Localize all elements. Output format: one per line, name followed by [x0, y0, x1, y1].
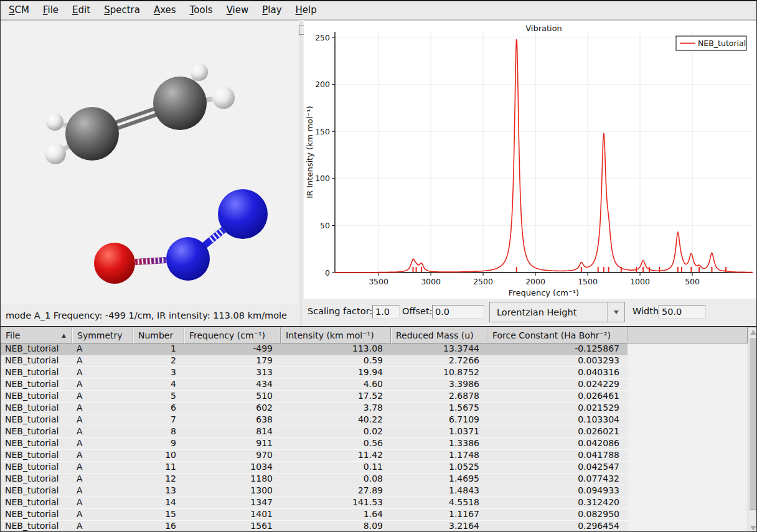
table-row-13[interactable]: NEB_tutorialA13130027.891.48430.094933	[1, 485, 628, 497]
menu-edit[interactable]: Edit	[65, 2, 97, 19]
table-row-12[interactable]: NEB_tutorialA1211800.081.46950.077432	[1, 474, 628, 485]
column-header-intensity[interactable]: Intensity (km mol⁻¹)	[281, 327, 391, 343]
lineshape-dropdown[interactable]: Lorentzian Height	[489, 302, 625, 322]
atom-c-2[interactable]	[65, 107, 119, 161]
cell-symmetry: A	[72, 391, 133, 402]
atom-h-1[interactable]	[45, 143, 66, 164]
column-header-number[interactable]: Number	[133, 327, 184, 343]
scaling-factor-input[interactable]: 1.0	[372, 305, 400, 319]
table-header-row: File▲SymmetryNumberFrequency (cm⁻¹)Inten…	[1, 327, 748, 343]
cell-force_constant: 0.024229	[487, 379, 628, 390]
table-row-7[interactable]: NEB_tutorialA763840.226.71090.103304	[1, 414, 628, 426]
atom-h-3[interactable]	[190, 63, 208, 81]
cell-symmetry: A	[72, 485, 133, 497]
cell-frequency: 970	[184, 450, 281, 461]
scrollbar-down-button[interactable]	[748, 523, 757, 532]
chevron-down-icon	[614, 310, 619, 314]
cell-intensity: 0.59	[281, 355, 391, 366]
cell-number: 14	[133, 497, 184, 508]
cell-force_constant: 0.312420	[487, 497, 628, 508]
atom-n-6[interactable]	[218, 189, 268, 239]
table-row-15[interactable]: NEB_tutorialA1514011.641.11670.082950	[1, 509, 628, 521]
column-header-reduced_mass[interactable]: Reduced Mass (u)	[391, 327, 487, 343]
menubar: SCMFileEditSpectraAxesToolsViewPlayHelp	[1, 1, 756, 20]
column-header-frequency[interactable]: Frequency (cm⁻¹)	[184, 327, 281, 343]
cell-frequency: 1034	[184, 462, 281, 473]
cell-frequency: 814	[184, 426, 281, 437]
molecule-viewer-panel[interactable]	[1, 20, 298, 304]
table-row-9[interactable]: NEB_tutorialA99110.561.33860.042086	[1, 438, 628, 450]
cell-symmetry: A	[72, 521, 133, 532]
scrollbar-up-button[interactable]	[748, 327, 757, 337]
menu-axes[interactable]: Axes	[147, 2, 183, 19]
atom-n-7[interactable]	[166, 237, 210, 281]
cell-number: 1	[133, 343, 184, 355]
scroll-up-arrow-icon	[750, 330, 756, 335]
cell-reduced_mass: 2.6878	[391, 391, 487, 402]
atom-h-0[interactable]	[46, 113, 63, 131]
table-scrollbar[interactable]	[748, 327, 757, 532]
scroll-down-arrow-icon	[750, 526, 756, 531]
menu-tools[interactable]: Tools	[183, 2, 220, 19]
table-row-2[interactable]: NEB_tutorialA21790.592.72660.003293	[1, 355, 628, 367]
menu-view[interactable]: View	[220, 2, 256, 19]
column-header-symmetry[interactable]: Symmetry	[72, 327, 133, 343]
table-row-1[interactable]: NEB_tutorialA1-499113.0813.3744-0.125867	[1, 343, 628, 355]
spectrum-chart[interactable]: 3500300025002000150010005000501001502002…	[304, 21, 757, 299]
menu-file[interactable]: File	[36, 2, 65, 19]
dropdown-arrow-button[interactable]	[607, 302, 624, 322]
table-row-10[interactable]: NEB_tutorialA1097011.421.17480.041788	[1, 450, 628, 462]
atom-c-5[interactable]	[153, 77, 207, 130]
cell-force_constant: 0.021529	[487, 403, 628, 414]
cell-frequency: -499	[184, 343, 281, 355]
table-row-14[interactable]: NEB_tutorialA141347141.534.55180.312420	[1, 497, 628, 509]
table-row-3[interactable]: NEB_tutorialA331319.9410.87520.040316	[1, 367, 628, 379]
cell-file: NEB_tutorial	[1, 379, 72, 390]
cell-number: 16	[133, 521, 184, 532]
width-input[interactable]: 50.0	[659, 305, 706, 319]
offset-input[interactable]: 0.0	[432, 305, 484, 319]
y-tick-label: 0	[325, 268, 330, 278]
cell-number: 13	[133, 485, 184, 497]
mode-status-bar: mode A_1 Frequency: -499 1/cm, IR intens…	[1, 304, 298, 326]
column-header-label: File	[6, 330, 20, 340]
cell-symmetry: A	[72, 426, 133, 437]
cell-intensity: 19.94	[281, 367, 391, 378]
table-row-8[interactable]: NEB_tutorialA88140.021.03710.026021	[1, 426, 628, 438]
cell-file: NEB_tutorial	[1, 367, 72, 378]
menu-help[interactable]: Help	[289, 2, 324, 19]
mode-status-text: mode A_1 Frequency: -499 1/cm, IR intens…	[6, 310, 287, 320]
table-row-16[interactable]: NEB_tutorialA1615618.093.21640.296454	[1, 521, 628, 532]
table-row-5[interactable]: NEB_tutorialA551017.522.68780.026461	[1, 391, 628, 403]
scrollbar-thumb[interactable]	[749, 337, 757, 510]
column-header-file[interactable]: File▲	[1, 327, 72, 343]
atom-h-4[interactable]	[212, 86, 235, 109]
column-header-force_constant[interactable]: Force Constant (Ha Bohr⁻²)	[487, 327, 628, 343]
menu-scm[interactable]: SCM	[2, 2, 36, 19]
atom-o-8[interactable]	[94, 243, 135, 284]
spectrum-curve	[335, 39, 753, 273]
cell-file: NEB_tutorial	[1, 391, 72, 402]
molecule-3d-view[interactable]	[1, 21, 298, 304]
cell-symmetry: A	[72, 497, 133, 508]
table-row-6[interactable]: NEB_tutorialA66023.781.56750.021529	[1, 403, 628, 414]
table-row-11[interactable]: NEB_tutorialA1110340.111.05250.042547	[1, 462, 628, 474]
cell-number: 2	[133, 355, 184, 366]
scaling-factor-label: Scaling factor:	[308, 306, 372, 316]
table-row-4[interactable]: NEB_tutorialA44344.603.39860.024229	[1, 379, 628, 391]
menu-play[interactable]: Play	[255, 2, 288, 19]
cell-force_constant: 0.003293	[487, 355, 628, 366]
scaling-factor-value: 1.0	[375, 307, 390, 317]
cell-force_constant: 0.042086	[487, 438, 628, 449]
panel-splitter[interactable]	[298, 20, 304, 326]
cell-intensity: 113.08	[281, 343, 391, 355]
cell-number: 3	[133, 367, 184, 378]
cell-symmetry: A	[72, 474, 133, 485]
cell-reduced_mass: 4.5518	[391, 497, 487, 508]
sort-ascending-icon: ▲	[62, 332, 66, 338]
cell-symmetry: A	[72, 379, 133, 390]
cell-number: 5	[133, 391, 184, 402]
chart-title: Vibration	[525, 24, 562, 33]
menu-spectra[interactable]: Spectra	[97, 2, 147, 19]
cell-force_constant: -0.125867	[487, 343, 628, 355]
